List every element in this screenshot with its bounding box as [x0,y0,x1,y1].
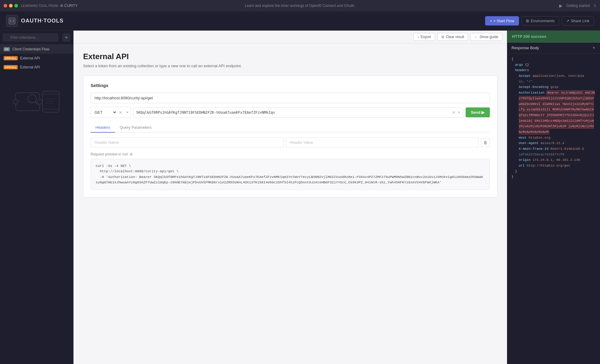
tabs: Headers Query Parameters [91,123,490,133]
content-toolbar: ↓ Export ⊘ Clear result ← Show guide [74,31,507,44]
response-body-label: Response Body [512,46,539,50]
sidebar-item-external-api-2[interactable]: APICALL External API [0,63,73,72]
response-expand-icon[interactable]: ▼ [592,46,596,50]
method-clear-icon[interactable]: ✕ [117,110,124,115]
maximize-button[interactable] [14,4,18,8]
cc-badge: CC [4,47,10,51]
logo-icon [6,15,18,27]
edit-icon[interactable]: ✎ [62,47,65,51]
sidebar-item-label-cc: Client Credentials Flow [12,47,60,51]
headers-row: 🗑 [91,137,490,147]
content-area: ↓ Export ⊘ Clear result ← Show guide Ext… [74,31,507,364]
apicall-badge-2: APICALL [4,65,18,69]
getting-started-link[interactable]: Getting started [566,4,590,8]
curl-preview-block: curl -Ss -X GET \ http://localhost:8080/… [91,159,490,190]
trash-icon: 🗑 [483,140,488,145]
token-clear-icon[interactable]: ✕ [452,110,456,115]
header: OAUTH·TOOLS + + Start Flow ⊞ Environment… [0,11,600,31]
method-token-row: GET POST PUT DELETE ✕ ▼ ✕ ▼ Send ▶ [91,107,490,118]
tab-headers[interactable]: Headers [91,123,115,133]
start-flow-label: + Start Flow [494,19,514,23]
settings-title: Settings [91,83,490,88]
main-layout: 🔍 + CC Client Credentials Flow ✎ ✕ APICA… [0,31,600,364]
sidebar-item-label-api-2: External API [20,65,70,69]
share-link-label: Share Link [571,19,590,23]
environments-button[interactable]: ⊞ Environments [521,16,559,26]
logo-area: OAUTH·TOOLS [6,15,64,27]
share-icon: ↗ [566,19,569,23]
delete-icon[interactable]: ✕ [67,47,70,51]
token-input-wrapper: ✕ ▼ [134,107,463,118]
http-success-banner: HTTP 200 success [507,31,600,43]
clear-result-label: Clear result [446,35,464,39]
curl-preview-label: Request preview in curl ⧉ [91,152,490,156]
clear-icon: ⊘ [441,35,444,39]
response-body-header: Response Body ▼ [507,43,600,53]
page-subtitle: Select a token from an existing collecti… [83,64,497,68]
titlebar: LEARNING TOOL FROM ⚙ CURITY Learn and ex… [0,0,600,11]
window-controls [4,4,18,8]
show-guide-button[interactable]: ← Show guide [470,33,502,41]
sidebar-item-client-credentials[interactable]: CC Client Credentials Flow ✎ ✕ [0,45,73,54]
sidebar-item-external-api-1[interactable]: APICALL External API [0,54,73,63]
header-value-input[interactable] [286,137,479,147]
content-body: External API Select a token from an exis… [74,44,507,364]
delete-header-button[interactable]: 🗑 [481,138,490,147]
page-title: External API [83,52,497,61]
titlebar-right: ▶ Getting started 𝕏 [559,3,596,8]
sidebar-item-label-api-1: External API [20,56,70,60]
environments-icon: ⊞ [526,19,529,23]
search-input[interactable] [3,34,58,41]
copy-icon[interactable]: ⧉ [130,152,133,156]
tab-query-params[interactable]: Query Parameters [115,123,156,133]
right-panel: HTTP 200 success Response Body ▼ { args … [507,31,600,364]
guide-icon: ← [474,35,478,39]
twitter-icon[interactable]: 𝕏 [593,4,596,8]
youtube-icon: ▶ [559,3,562,8]
titlebar-brand: LEARNING TOOL FROM ⚙ CURITY [21,4,78,8]
add-collection-button[interactable]: + [62,34,70,41]
curity-logo-icon: ⚙ CURITY [60,4,78,8]
token-expand-icon[interactable]: ▼ [458,111,460,114]
header-actions: + + Start Flow ⊞ Environments ↗ Share Li… [485,16,594,26]
url-input[interactable] [91,93,490,103]
minimize-button[interactable] [9,4,13,8]
send-button[interactable]: Send ▶ [466,107,490,117]
plus-icon: + [490,19,492,23]
environments-label: Environments [531,19,554,23]
method-chevron-icon[interactable]: ▼ [124,111,131,114]
export-button[interactable]: ↓ Export [413,33,435,41]
settings-card: Settings GET POST PUT DELETE ✕ ▼ [83,75,497,197]
method-dropdown-select[interactable]: GET POST PUT DELETE [91,107,117,118]
share-link-button[interactable]: ↗ Share Link [562,16,594,26]
logo-text: OAUTH·TOOLS [21,18,64,24]
svg-point-1 [11,20,13,22]
apicall-badge-1: APICALL [4,56,18,60]
export-label: Export [421,35,431,39]
method-select[interactable]: GET POST PUT DELETE ✕ ▼ [91,107,131,118]
show-guide-label: Show guide [479,35,498,39]
titlebar-brand-text: LEARNING TOOL FROM [21,4,58,8]
export-icon: ↓ [417,35,419,39]
token-input[interactable] [136,108,450,117]
search-wrapper: 🔍 [3,34,61,41]
header-name-input[interactable] [91,137,284,147]
sidebar-search-row: 🔍 + [0,31,73,45]
start-flow-button[interactable]: + + Start Flow [485,16,519,26]
sidebar: 🔍 + CC Client Credentials Flow ✎ ✕ APICA… [0,31,74,364]
response-content: { args {} headers Accept application/jso… [507,53,600,364]
close-button[interactable] [4,4,7,8]
sidebar-illustration [0,78,73,126]
clear-result-button[interactable]: ⊘ Clear result [437,33,468,41]
titlebar-center-text: Learn and explore the inner workings of … [245,4,355,8]
svg-rect-0 [9,18,15,24]
